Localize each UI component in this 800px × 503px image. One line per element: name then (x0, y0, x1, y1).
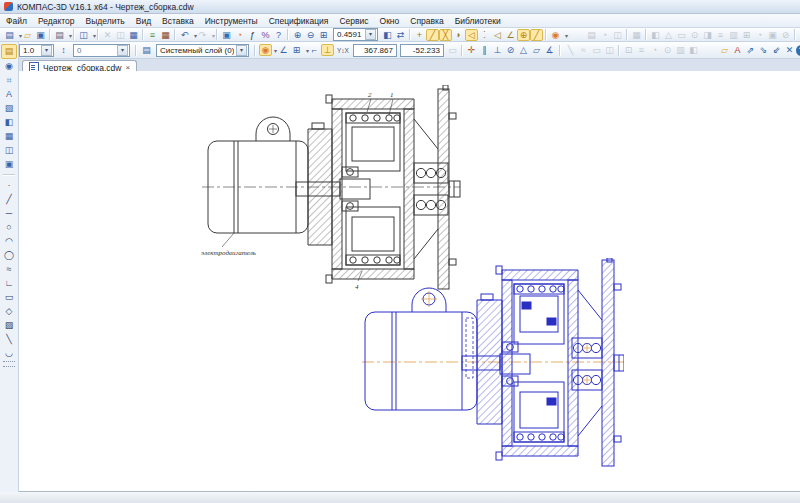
library-tool-icon-1[interactable]: ⇗ (744, 44, 757, 56)
context-help-icon[interactable]: ? (272, 29, 285, 41)
menu-file[interactable]: Файл (6, 16, 27, 26)
open-document-icon[interactable]: ▱ (21, 29, 34, 41)
circle-tool-icon[interactable]: ○ (2, 221, 16, 234)
cut-icon[interactable]: ✕ (101, 29, 114, 41)
layer-combo[interactable]: Системный слой (0) ▾ (156, 44, 249, 57)
inactive-param-icon-4[interactable]: ◫ (603, 44, 616, 56)
aux-line-tool-icon[interactable]: ╱ (2, 193, 16, 206)
inactive-param-icon-1[interactable]: ╲ (564, 44, 577, 56)
inactive-param-icon-3[interactable]: ▭ (590, 44, 603, 56)
inactive-tool-icon-12[interactable]: ⊞ (740, 29, 753, 41)
inactive-tool-icon-8[interactable]: ⊙ (688, 29, 701, 41)
inactive-tool-icon-1[interactable]: ▤ (585, 29, 598, 41)
save-icon[interactable]: ▣ (34, 29, 47, 41)
align-points-icon[interactable]: ✛ (465, 44, 478, 56)
line-tool-icon[interactable]: ─ (2, 207, 16, 220)
menu-editor[interactable]: Редактор (38, 16, 75, 26)
library-a-icon[interactable]: A (731, 44, 744, 56)
inactive-tool-icon-11[interactable]: ▥ (727, 29, 740, 41)
inactive-param-icon-5[interactable]: ⊡ (622, 44, 635, 56)
inactive-tool-icon-10[interactable]: ≡ (714, 29, 727, 41)
parametrization-panel-icon[interactable]: ◧ (2, 116, 16, 129)
chevron-down-icon[interactable]: ▾ (365, 29, 376, 40)
curve-tool-icon[interactable]: ≈ (2, 263, 16, 276)
library-manager-icon[interactable]: ▱ (718, 44, 731, 56)
collinear-constraint-icon[interactable]: ▱ (530, 44, 543, 56)
ellipse-tool-icon[interactable]: ◯ (2, 249, 16, 262)
snap-grid-icon[interactable]: ⁚ (478, 29, 491, 41)
string-style-icon[interactable]: ↕ (57, 44, 70, 56)
spec-panel-icon[interactable]: ▣ (2, 158, 16, 171)
chevron-down-icon[interactable]: ▾ (117, 45, 128, 56)
inactive-tool-icon-6[interactable]: △ (662, 29, 675, 41)
fillet-tool-icon[interactable]: ◡ (2, 347, 16, 360)
rectangle-tool-icon[interactable]: ▭ (2, 291, 16, 304)
inactive-tool-icon-9[interactable]: ◨ (701, 29, 714, 41)
menu-insert[interactable]: Вставка (162, 16, 194, 26)
parallel-constraint-icon[interactable]: ∥ (478, 44, 491, 56)
snap-point-icon[interactable]: + (413, 29, 426, 41)
cad-assembly-drawing[interactable] (362, 258, 624, 468)
hatch-tool-icon[interactable]: ▨ (2, 319, 16, 332)
snap-pencil-icon[interactable]: ╱ (530, 29, 543, 41)
library-close-icon[interactable]: ✕ (783, 44, 796, 56)
string-value-combo[interactable]: 0 ▾ (73, 44, 130, 57)
insert-table-icon[interactable]: ▦ (159, 29, 172, 41)
magnet-snaps-icon[interactable]: ◉ (259, 44, 272, 56)
inactive-param-icon-8[interactable]: ⊙ (661, 44, 674, 56)
library-tool-icon-2[interactable]: ⇘ (757, 44, 770, 56)
chamfer-tool-icon[interactable]: ╲ (2, 333, 16, 346)
designations-panel-icon[interactable]: A (2, 88, 16, 101)
snap-angle-icon[interactable]: ◁ (465, 29, 478, 41)
menu-view[interactable]: Вид (136, 16, 151, 26)
zoom-scale-combo[interactable]: 0.4591 ▾ (333, 28, 378, 41)
library-tool-icon-3[interactable]: ⇙ (770, 44, 783, 56)
editing-panel-icon[interactable]: ▨ (2, 102, 16, 115)
zoom-in-icon[interactable]: ⊕ (291, 29, 304, 41)
redo-icon[interactable]: ↷ (196, 29, 209, 41)
paste-icon[interactable]: ▦ (127, 29, 140, 41)
triangle-constraint-icon[interactable]: △ (517, 44, 530, 56)
menu-window[interactable]: Окно (380, 16, 400, 26)
geometry-panel-icon[interactable]: ◉ (2, 60, 16, 73)
local-cs-icon[interactable]: ⌐ (308, 44, 321, 56)
y-coordinate-field[interactable]: -52.233 (400, 44, 444, 57)
grid-icon[interactable]: ⊞ (290, 44, 303, 56)
chevron-down-icon[interactable]: ▾ (236, 45, 247, 56)
inactive-param-icon-6[interactable]: ≡ (635, 44, 648, 56)
compact-panel-icon[interactable]: ▤ (1, 44, 17, 59)
undo-icon[interactable]: ↶ (178, 29, 191, 41)
dimensions-panel-icon[interactable]: ⌗ (2, 74, 16, 87)
snap-normal-icon[interactable]: ∠ (504, 29, 517, 41)
panel-drag-handle[interactable] (3, 361, 15, 367)
print-preview-icon[interactable]: ◫ (77, 29, 90, 41)
point-tool-icon[interactable]: · (2, 179, 16, 192)
menu-help[interactable]: Справка (410, 16, 443, 26)
selection-panel-icon[interactable]: ◫ (2, 144, 16, 157)
snap-center-icon[interactable]: ⊕ (517, 29, 530, 41)
inactive-param-icon-7[interactable]: ◔ (648, 44, 661, 56)
inactive-param-icon-2[interactable]: ≈ (577, 44, 590, 56)
inactive-tool-icon-4[interactable]: ▦ (630, 29, 643, 41)
inactive-tool-icon-2[interactable]: ◔ (598, 29, 611, 41)
snaps-magnet-icon[interactable]: ◉ (549, 29, 562, 41)
snap-tangent-icon[interactable]: ◁ (491, 29, 504, 41)
polygon-tool-icon[interactable]: ◇ (2, 305, 16, 318)
menu-tools[interactable]: Инструменты (205, 16, 258, 26)
document-manager-icon[interactable]: ▣ (220, 29, 233, 41)
rebuild-icon[interactable]: ◔ (233, 29, 246, 41)
inactive-tool-icon-15[interactable]: ⊘ (779, 29, 792, 41)
inactive-param-icon-10[interactable]: ◧ (687, 44, 700, 56)
line-scale-combo[interactable]: 1.0 ▾ (19, 44, 54, 57)
menu-libraries[interactable]: Библиотеки (455, 16, 501, 26)
library-help-icon[interactable]: ? (796, 45, 800, 56)
angle-dimension-icon[interactable]: ∡ (543, 44, 556, 56)
measure-panel-icon[interactable]: ▦ (2, 130, 16, 143)
new-document-icon[interactable]: ▤ (3, 29, 16, 41)
fit-document-icon[interactable]: ◧ (381, 29, 394, 41)
inactive-tool-icon-3[interactable]: ◫ (611, 29, 624, 41)
x-coordinate-field[interactable]: 367.867 (353, 44, 397, 57)
variables-icon[interactable]: % (259, 29, 272, 41)
polyline-tool-icon[interactable]: ∟ (2, 277, 16, 290)
inactive-tool-icon-5[interactable]: ◧ (649, 29, 662, 41)
